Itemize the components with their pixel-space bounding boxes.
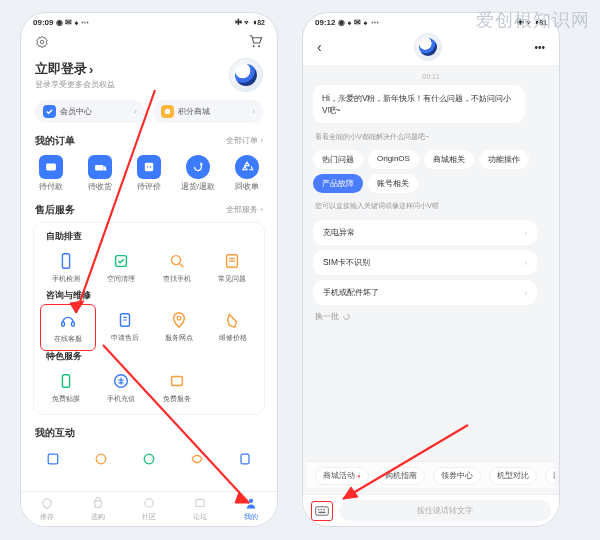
order-refund[interactable]: 退货/退款 <box>176 155 220 192</box>
interact-item[interactable] <box>29 446 77 472</box>
svg-rect-24 <box>196 500 204 507</box>
interact-item[interactable] <box>221 446 269 472</box>
svc-label: 手机充值 <box>107 394 135 404</box>
chip-account[interactable]: 账号相关 <box>368 174 418 193</box>
svc-storage-clean[interactable]: 空间清理 <box>94 248 150 287</box>
chevron-icon: › <box>134 107 137 116</box>
svc-apply-service[interactable]: 申请售后 <box>98 307 152 348</box>
chip-mall[interactable]: 商城相关 <box>424 150 474 169</box>
svg-rect-22 <box>241 454 249 464</box>
quick-mall-activity[interactable]: 商城活动 ● <box>315 467 369 485</box>
tab-bar: 推荐 选购 社区 论坛 我的 <box>21 491 277 526</box>
status-bar: 09:09 ◉ ✉ ⬥ ⋯ ✱ ᯤ ▮82 <box>21 13 277 29</box>
quick-compare[interactable]: 机型对比 <box>489 467 537 485</box>
svg-point-20 <box>96 454 106 464</box>
svg-rect-34 <box>319 511 326 512</box>
svc-free-film[interactable]: 免费贴膜 <box>38 368 94 407</box>
avatar[interactable] <box>229 58 263 92</box>
tab-forum[interactable]: 论坛 <box>175 495 226 522</box>
svc-phone-check[interactable]: 手机检测 <box>38 248 94 287</box>
svg-rect-30 <box>316 506 329 514</box>
interact-item[interactable] <box>125 446 173 472</box>
orders-more-link[interactable]: 全部订单 › <box>226 136 263 146</box>
service-more-link[interactable]: 全部服务 › <box>226 205 263 215</box>
svc-service-point[interactable]: 服务网点 <box>152 307 206 348</box>
points-badge-icon <box>161 105 174 118</box>
member-badge-icon <box>43 105 56 118</box>
svg-point-6 <box>147 166 148 167</box>
svg-rect-13 <box>72 322 75 327</box>
svg-rect-12 <box>62 322 65 327</box>
svc-free-service[interactable]: 免费服务 <box>149 368 205 407</box>
pill-label: 会员中心 <box>60 106 92 117</box>
svc-label: 空间清理 <box>107 274 135 284</box>
pill-points-mall[interactable]: 积分商城 › <box>153 100 263 123</box>
order-label: 待评价 <box>137 182 161 192</box>
svc-label: 免费服务 <box>163 394 191 404</box>
chevron-right-icon: › <box>89 62 93 77</box>
svc-label: 免费贴膜 <box>52 394 80 404</box>
svg-point-0 <box>253 45 255 47</box>
question-charge[interactable]: 充电异常 › <box>313 220 537 245</box>
tab-label: 社区 <box>142 512 156 522</box>
order-recycle[interactable]: 回收单 <box>225 155 269 192</box>
more-icon[interactable]: ••• <box>534 42 545 53</box>
service-card: 自助排查 手机检测 空间清理 查找手机 常见问题 <box>33 222 265 415</box>
svc-label: 手机检测 <box>52 274 80 284</box>
tab-recommend[interactable]: 推荐 <box>21 495 72 522</box>
chat-input-bar: 按住说话转文字 <box>303 494 559 526</box>
cart-icon[interactable] <box>247 33 263 51</box>
skills-hint: 看看全能的小V都能解决什么问题吧~ <box>315 132 547 142</box>
quick-coupon[interactable]: 领券中心 <box>433 467 481 485</box>
back-icon[interactable]: ‹ <box>317 39 322 55</box>
svc-phone-recharge[interactable]: 手机充值 <box>94 368 150 407</box>
svg-point-25 <box>249 499 253 503</box>
quick-actions-row[interactable]: 商城活动 ● 购机指南 领券中心 机型对比 以 <box>307 461 555 488</box>
chip-hot[interactable]: 热门问题 <box>313 150 363 169</box>
svg-point-1 <box>258 45 260 47</box>
tab-mine[interactable]: 我的 <box>226 495 277 522</box>
chip-originos[interactable]: OriginOS <box>368 150 419 169</box>
interact-item[interactable] <box>77 446 125 472</box>
chip-function[interactable]: 功能操作 <box>479 150 529 169</box>
tab-community[interactable]: 社区 <box>123 495 174 522</box>
question-sim[interactable]: SIM卡不识别 › <box>313 250 537 275</box>
svc-label: 服务网点 <box>165 333 193 343</box>
pill-member-center[interactable]: 会员中心 › <box>35 100 145 123</box>
phone-left: 09:09 ◉ ✉ ⬥ ⋯ ✱ ᯤ ▮82 立即登录 › 登录享受更多会员权益 <box>20 12 278 527</box>
quick-more[interactable]: 以 <box>545 467 555 485</box>
svg-point-15 <box>177 316 181 320</box>
tab-shop[interactable]: 选购 <box>72 495 123 522</box>
order-pending-pay[interactable]: 待付款 <box>29 155 73 192</box>
interact-item[interactable] <box>173 446 221 472</box>
login-button[interactable]: 立即登录 › <box>35 60 115 78</box>
svc-label: 申请售后 <box>111 333 139 343</box>
chip-fault[interactable]: 产品故障 <box>313 174 363 193</box>
keyboard-toggle-icon[interactable] <box>311 501 333 521</box>
settings-icon[interactable] <box>35 35 49 49</box>
category-chips: 热门问题 OriginOS 商城相关 功能操作 产品故障 账号相关 <box>313 150 549 193</box>
order-pending-receive[interactable]: 待收货 <box>78 155 122 192</box>
question-broken[interactable]: 手机或配件坏了 › <box>313 280 537 305</box>
svc-find-phone[interactable]: 查找手机 <box>149 248 205 287</box>
tab-label: 选购 <box>91 512 105 522</box>
refresh-button[interactable]: 换一批 <box>315 311 547 322</box>
svc-online-service[interactable]: 在线客服 <box>40 304 96 351</box>
svc-empty <box>205 368 261 407</box>
order-pending-review[interactable]: 待评价 <box>127 155 171 192</box>
question-text: SIM卡不识别 <box>323 257 370 268</box>
status-icons-right: ✱ ᯤ ▮82 <box>235 19 265 26</box>
svg-point-10 <box>171 256 180 265</box>
quick-buy-guide[interactable]: 购机指南 <box>377 467 425 485</box>
svg-rect-18 <box>171 377 182 386</box>
bot-greeting-bubble: Hi，亲爱的V粉，新年快乐！有什么问题，不妨问问小V吧~ <box>313 85 525 123</box>
svg-rect-19 <box>48 454 58 464</box>
quick-label: 商城活动 <box>323 471 355 481</box>
watermark-text: 爱创根知识网 <box>476 8 590 32</box>
svc-label: 查找手机 <box>163 274 191 284</box>
bot-avatar <box>414 33 442 61</box>
svc-repair-price[interactable]: 维修价格 <box>206 307 260 348</box>
svc-faq[interactable]: 常见问题 <box>205 248 261 287</box>
voice-input-field[interactable]: 按住说话转文字 <box>339 500 551 521</box>
chevron-icon: › <box>252 107 255 116</box>
